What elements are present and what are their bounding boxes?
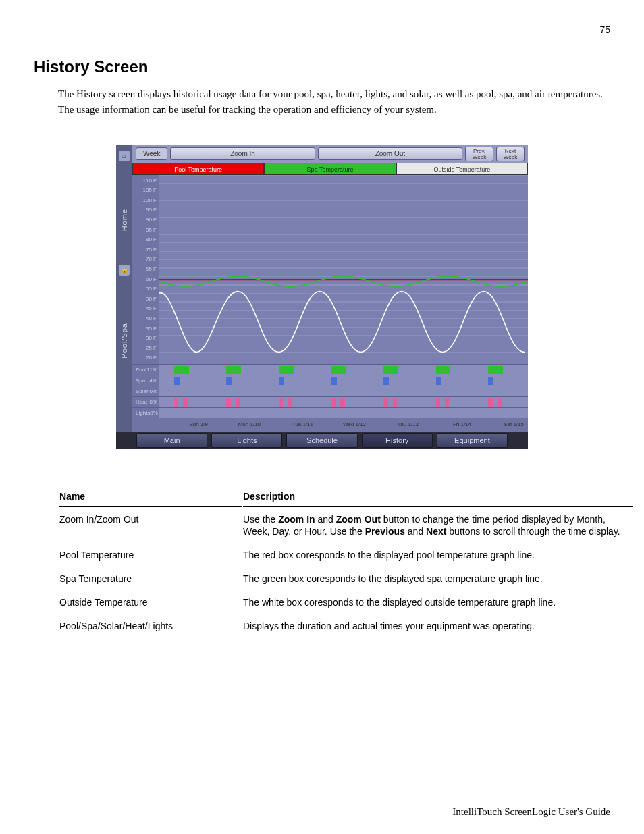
usage-name: Solar [136,388,149,394]
row-name: Outside Temperature [59,592,242,614]
table-row: Spa TemperatureThe green box coresponds … [59,568,633,590]
y-tick-label: 25 F [132,345,157,351]
y-tick-label: 40 F [132,315,157,321]
table-row: Zoom In/Zoom OutUse the Zoom In and Zoom… [59,509,633,544]
usage-mark [279,366,294,374]
table-row: Pool TemperatureThe red box coresponds t… [59,544,633,567]
footer-text: IntelliTouch ScreenLogic User's Guide [452,806,610,818]
usage-mark [383,377,389,385]
usage-mark [393,398,398,407]
intro-paragraph: The History screen displays historical u… [58,86,610,118]
row-name: Zoom In/Zoom Out [59,509,242,544]
y-tick-label: 100 F [132,197,157,203]
col-header-desc: Description [243,491,633,507]
legend-spa[interactable]: Spa Temperature [264,163,396,175]
sidebar-home-label[interactable]: Home [120,209,128,231]
sidebar-poolspa-label[interactable]: Pool/Spa [120,323,128,359]
usage-mark [331,377,336,385]
usage-mark [226,366,241,374]
nav-history[interactable]: History [362,433,433,448]
usage-mark [226,398,231,407]
usage-mark [279,377,284,385]
temperature-chart: 110 F105 F100 F95 F90 F85 F80 F75 F70 F6… [132,175,528,364]
usage-row: Solar0% [132,386,528,396]
usage-mark [436,398,441,407]
left-sidebar: ⌂ Home 🔒 Pool/Spa [116,145,132,432]
chart-toolbar: Week Zoom In Zoom Out Prev. Week Next We… [132,145,528,163]
y-tick-label: 30 F [132,335,157,341]
usage-row: Pool11% [132,364,528,375]
date-label: Fri 1/14 [423,418,475,432]
next-week-button[interactable]: Next Week [496,147,525,161]
date-label: Sun 1/9 [159,418,212,432]
usage-mark [226,377,232,385]
y-tick-label: 55 F [132,286,157,292]
nav-schedule[interactable]: Schedule [286,433,357,448]
usage-mark [174,366,189,374]
usage-mark [383,366,398,374]
usage-row: Heat0% [132,396,528,407]
nav-main[interactable]: Main [136,433,207,448]
usage-mark [279,398,284,407]
chart-legend: Pool Temperature Spa Temperature Outside… [132,163,528,175]
usage-mark [488,377,493,385]
usage-mark [498,398,502,407]
usage-mark [383,398,388,407]
y-tick-label: 110 F [132,178,157,184]
y-tick-label: 50 F [132,296,157,302]
row-desc: The green box coresponds to the displaye… [243,568,633,590]
y-tick-label: 70 F [132,256,157,262]
usage-pct: 0% [149,388,157,394]
usage-name: Pool [136,367,146,373]
y-tick-label: 80 F [132,236,157,242]
y-tick-label: 60 F [132,276,157,282]
row-desc: Displays the duration and actual times y… [243,615,633,637]
row-desc: Use the Zoom In and Zoom Out button to c… [243,509,633,544]
y-tick-label: 85 F [132,227,157,233]
y-tick-label: 105 F [132,187,157,193]
history-screenshot: ⌂ Home 🔒 Pool/Spa Week Zoom In Zoom Out … [116,145,528,449]
zoom-out-button[interactable]: Zoom Out [318,147,462,160]
period-label: Week [136,147,167,160]
legend-outside[interactable]: Outside Temperature [396,163,528,175]
usage-mark [488,398,493,407]
page-title: History Screen [34,57,610,76]
usage-mark [331,366,346,374]
y-tick-label: 45 F [132,305,157,311]
usage-name: Lights [136,410,150,416]
usage-mark [174,398,179,407]
usage-mark [236,398,240,407]
date-label: Tue 1/11 [265,418,317,432]
usage-row: Lights0% [132,407,528,418]
date-label: Thu 1/13 [370,418,423,432]
date-label: Mon 1/10 [212,418,265,432]
nav-equipment[interactable]: Equipment [437,433,508,448]
date-label: Wed 1/12 [317,418,370,432]
description-table: Name Description Zoom In/Zoom OutUse the… [58,490,635,639]
lock-icon[interactable]: 🔒 [119,265,130,276]
usage-pct: 4% [149,377,157,384]
y-tick-label: 20 F [132,355,157,361]
usage-pct: 11% [146,367,157,373]
prev-week-button[interactable]: Prev. Week [465,147,493,161]
zoom-in-button[interactable]: Zoom In [170,147,315,160]
home-icon[interactable]: ⌂ [119,151,130,161]
date-axis: Sun 1/9Mon 1/10Tue 1/11Wed 1/12Thu 1/13F… [132,418,528,432]
y-tick-label: 75 F [132,246,157,253]
nav-lights[interactable]: Lights [211,433,282,448]
legend-pool[interactable]: Pool Temperature [132,163,264,175]
row-name: Spa Temperature [59,568,242,590]
col-header-name: Name [59,491,242,507]
row-name: Pool/Spa/Solar/Heat/Lights [59,615,242,637]
y-tick-label: 90 F [132,217,157,223]
row-desc: The white box coresponds to the displaye… [243,592,633,614]
usage-mark [174,377,180,385]
y-tick-label: 35 F [132,325,157,332]
usage-name: Spa [136,377,145,384]
date-label: Sat 1/15 [475,418,528,432]
usage-name: Heat [136,399,147,405]
usage-mark [340,398,345,407]
usage-bars: Pool11%Spa4%Solar0%Heat0%Lights0% [132,364,528,418]
table-row: Outside TemperatureThe white box corespo… [59,592,633,614]
usage-mark [183,398,188,407]
